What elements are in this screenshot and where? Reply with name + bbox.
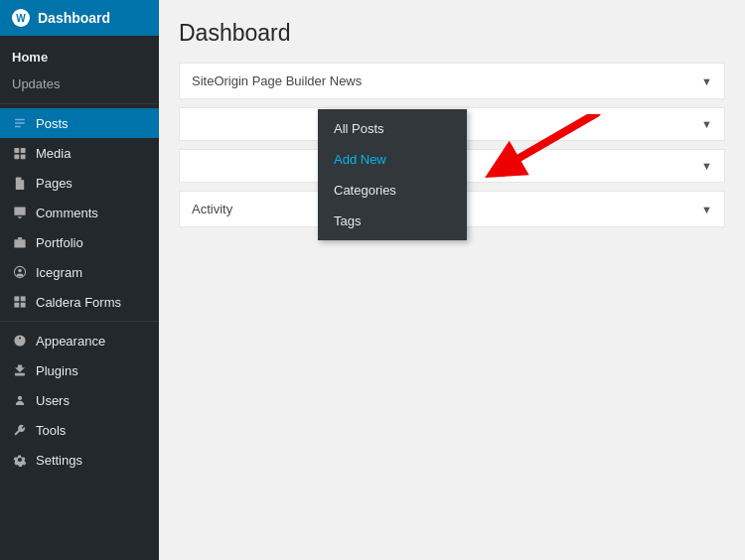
sidebar-item-home[interactable]: Home bbox=[0, 42, 159, 72]
sidebar-item-label-plugins: Plugins bbox=[36, 363, 78, 378]
sidebar-item-label-appearance: Appearance bbox=[36, 334, 105, 349]
sidebar-divider bbox=[0, 103, 159, 104]
sidebar-item-label-users: Users bbox=[36, 393, 70, 408]
widget-2-chevron: ▼ bbox=[701, 118, 712, 130]
main-content: Dashboard SiteOrigin Page Builder News ▼… bbox=[159, 0, 745, 560]
svg-rect-1 bbox=[21, 148, 26, 153]
tools-icon bbox=[12, 422, 28, 438]
sidebar-item-tools[interactable]: Tools bbox=[0, 415, 159, 445]
svg-rect-9 bbox=[14, 303, 19, 308]
media-icon bbox=[12, 145, 28, 161]
home-section: Home Updates bbox=[0, 36, 159, 99]
dropdown-tags[interactable]: Tags bbox=[318, 206, 467, 236]
sidebar-item-label-icegram: Icegram bbox=[36, 265, 82, 280]
sidebar-item-posts[interactable]: Posts bbox=[0, 108, 159, 138]
sidebar-item-appearance[interactable]: Appearance bbox=[0, 326, 159, 355]
sidebar-header-title: Dashboard bbox=[38, 10, 110, 26]
sidebar-item-plugins[interactable]: Plugins bbox=[0, 355, 159, 385]
sidebar-item-icegram[interactable]: Icegram bbox=[0, 257, 159, 287]
widget-siteorigin[interactable]: SiteOrigin Page Builder News ▼ bbox=[179, 63, 725, 99]
appearance-icon bbox=[12, 333, 28, 349]
pages-icon bbox=[12, 175, 28, 191]
settings-icon bbox=[12, 452, 28, 468]
sidebar-item-label-portfolio: Portfolio bbox=[36, 235, 83, 250]
sidebar-item-label-caldera-forms: Caldera Forms bbox=[36, 295, 121, 310]
svg-rect-0 bbox=[14, 148, 19, 153]
sidebar-item-pages[interactable]: Pages bbox=[0, 168, 159, 198]
svg-rect-10 bbox=[21, 303, 26, 308]
svg-point-6 bbox=[18, 269, 22, 273]
sidebar-item-users[interactable]: Users bbox=[0, 385, 159, 415]
sidebar-item-portfolio[interactable]: Portfolio bbox=[0, 227, 159, 257]
portfolio-icon bbox=[12, 234, 28, 250]
dropdown-add-new[interactable]: Add New bbox=[318, 144, 467, 175]
sidebar-item-label-pages: Pages bbox=[36, 176, 73, 191]
sidebar-item-updates[interactable]: Updates bbox=[0, 72, 159, 99]
svg-rect-2 bbox=[14, 154, 19, 159]
svg-rect-4 bbox=[14, 239, 25, 247]
widget-activity-chevron: ▼ bbox=[701, 204, 712, 215]
sidebar: W Dashboard Home Updates Posts Media bbox=[0, 0, 159, 560]
svg-rect-3 bbox=[21, 154, 26, 159]
sidebar-header[interactable]: W Dashboard bbox=[0, 0, 159, 36]
dropdown-categories[interactable]: Categories bbox=[318, 175, 467, 206]
wordpress-icon: W bbox=[12, 9, 30, 27]
comments-icon bbox=[12, 205, 28, 220]
widget-siteorigin-chevron: ▼ bbox=[701, 75, 712, 87]
sidebar-item-label-media: Media bbox=[36, 146, 71, 161]
icegram-icon bbox=[12, 264, 28, 280]
page-title: Dashboard bbox=[179, 20, 725, 47]
sidebar-item-settings[interactable]: Settings bbox=[0, 445, 159, 475]
svg-rect-8 bbox=[21, 296, 26, 301]
plugins-icon bbox=[12, 362, 28, 378]
sidebar-item-label-posts: Posts bbox=[36, 116, 69, 131]
svg-point-11 bbox=[18, 396, 22, 400]
dropdown-all-posts[interactable]: All Posts bbox=[318, 113, 467, 144]
sidebar-item-label-settings: Settings bbox=[36, 453, 82, 468]
sidebar-item-label-comments: Comments bbox=[36, 206, 98, 220]
sidebar-item-caldera-forms[interactable]: Caldera Forms bbox=[0, 287, 159, 317]
posts-icon bbox=[12, 115, 28, 131]
widget-siteorigin-label: SiteOrigin Page Builder News bbox=[192, 73, 362, 88]
widget-activity-label: Activity bbox=[192, 202, 232, 216]
sidebar-divider-2 bbox=[0, 321, 159, 322]
sidebar-item-comments[interactable]: Comments bbox=[0, 198, 159, 227]
sidebar-item-label-tools: Tools bbox=[36, 423, 66, 438]
caldera-forms-icon bbox=[12, 294, 28, 310]
sidebar-item-media[interactable]: Media bbox=[0, 138, 159, 168]
svg-rect-7 bbox=[14, 296, 19, 301]
posts-dropdown: All Posts Add New Categories Tags bbox=[318, 109, 467, 240]
widget-3-chevron: ▼ bbox=[701, 160, 712, 172]
users-icon bbox=[12, 392, 28, 408]
